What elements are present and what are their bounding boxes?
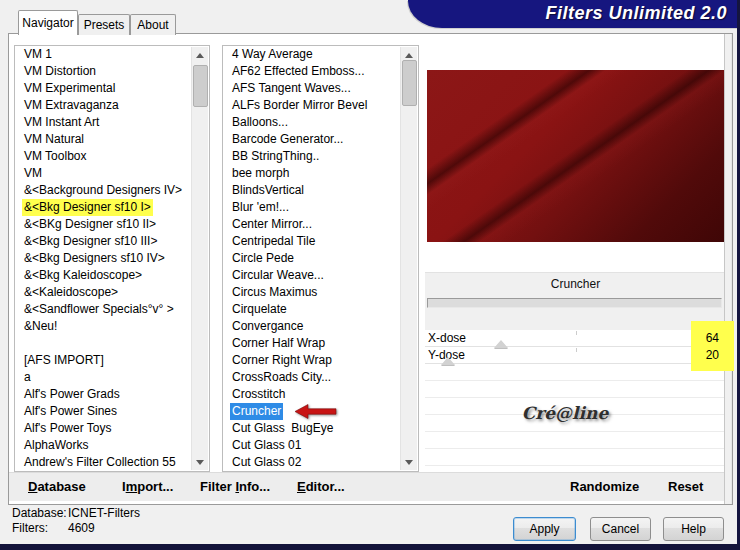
list-item[interactable]: Andrew's Filter Collection 55 [15,454,192,471]
list-item[interactable]: a [15,369,192,386]
window-bottom-edge [0,544,740,550]
list-item[interactable]: Corner Right Wrap [223,352,401,369]
status-database-label: Database: [12,506,68,521]
list-item[interactable]: Cut Glass 01 [223,437,401,454]
list-item[interactable]: VM [15,165,192,182]
annotation-arrow-icon [295,404,337,419]
list-item[interactable]: Center Mirror... [223,216,401,233]
status-filters-value: 4609 [68,521,95,535]
filter-listbox[interactable]: 4 Way AverageAF62 Effected Emboss...AFS … [222,45,419,472]
list-item[interactable]: Alf's Power Toys [15,420,192,437]
title-banner: Filters Unlimited 2.0 [408,0,740,28]
app-title: Filters Unlimited 2.0 [545,3,727,24]
list-item[interactable]: &Neu! [15,318,192,335]
current-filter-name: Cruncher [425,273,726,295]
tab-about[interactable]: About [130,14,176,35]
list-item[interactable]: &<Bkg Designer sf10 I> [15,199,192,216]
list-item[interactable]: Centripedal Tile [223,233,401,250]
scroll-down-icon[interactable] [192,454,208,470]
randomize-button[interactable]: Randomize [570,473,639,501]
list-item[interactable]: AFS Tangent Waves... [223,80,401,97]
list-item[interactable]: VM Experimental [15,80,192,97]
status-database-value: ICNET-Filters [68,506,140,520]
preview-panel: Cruncher X-dose64Y-dose20 Cré@line [425,45,726,471]
list-item[interactable]: &<Sandflower Specials°v° > [15,301,192,318]
list-item[interactable]: Cut Glass BugEye [223,420,401,437]
category-scrollbar[interactable] [191,47,208,470]
slider-value: 20 [706,347,719,363]
list-item[interactable]: 4 Way Average [223,46,401,63]
navigator-page: VM 1VM DistortionVM ExperimentalVM Extra… [8,33,733,505]
slider-row[interactable]: Y-dose20 [425,347,726,364]
empty-parameter-row [425,364,726,381]
list-item[interactable]: VM Toolbox [15,148,192,165]
filter-scrollbar[interactable] [400,47,417,470]
scrollbar-thumb[interactable] [193,65,208,107]
filter-info-button[interactable]: Filter Info... [200,473,270,501]
apply-button[interactable]: Apply [513,517,576,541]
list-item[interactable] [15,335,192,352]
list-item[interactable]: Circular Weave... [223,267,401,284]
slider-value: 64 [706,330,719,346]
list-item[interactable]: &<Background Designers IV> [15,182,192,199]
panel-right-strip [724,34,732,504]
list-item[interactable]: AlphaWorks [15,437,192,454]
help-button[interactable]: Help [663,517,724,541]
list-item[interactable]: bee morph [223,165,401,182]
list-item[interactable]: &<Bkg Kaleidoscope> [15,267,192,284]
list-item[interactable]: &<Kaleidoscope> [15,284,192,301]
list-item[interactable]: CrossRoads City... [223,369,401,386]
filters-unlimited-window: Filters Unlimited 2.0 Navigator Presets … [0,0,740,550]
list-item[interactable]: ALFs Border Mirror Bevel [223,97,401,114]
list-item[interactable]: Circus Maximus [223,284,401,301]
scroll-down-icon[interactable] [401,454,417,470]
filter-preview-image [427,70,724,242]
tab-presets[interactable]: Presets [78,14,130,35]
list-item[interactable]: Corner Half Wrap [223,335,401,352]
reset-button[interactable]: Reset [668,473,703,501]
parameter-rows: X-dose64Y-dose20 [425,330,726,466]
empty-parameter-row [425,432,726,449]
list-item[interactable]: Alf's Power Sines [15,403,192,420]
progress-bar [427,298,722,308]
list-item[interactable]: BB StringThing.. [223,148,401,165]
list-item[interactable]: BlindsVertical [223,182,401,199]
database-button[interactable]: Database [28,473,86,501]
list-item[interactable]: VM Natural [15,131,192,148]
slider-thumb[interactable] [441,357,455,365]
list-item[interactable]: Circle Pede [223,250,401,267]
annotation-value-highlight [691,321,734,371]
list-item[interactable]: Barcode Generator... [223,131,401,148]
editor-button[interactable]: Editor... [297,473,345,501]
import-button[interactable]: Import... [122,473,173,501]
list-item[interactable]: Alf's Power Grads [15,386,192,403]
list-item[interactable]: &<Bkg Designer sf10 III> [15,233,192,250]
list-item[interactable]: Convergance [223,318,401,335]
list-item[interactable]: Balloons... [223,114,401,131]
slider-thumb[interactable] [494,340,508,348]
cancel-button[interactable]: Cancel [590,517,651,541]
tab-navigator[interactable]: Navigator [18,10,78,35]
empty-parameter-row [425,449,726,466]
category-listbox[interactable]: VM 1VM DistortionVM ExperimentalVM Extra… [14,45,210,472]
list-item[interactable]: VM 1 [15,46,192,63]
status-filters-label: Filters: [12,521,68,536]
list-item[interactable]: VM Extravaganza [15,97,192,114]
list-item[interactable]: Cruncher [223,403,401,420]
list-item[interactable]: AF62 Effected Emboss... [223,63,401,80]
slider-row[interactable]: X-dose64 [425,330,726,347]
empty-parameter-row [425,381,726,398]
scrollbar-thumb[interactable] [402,60,417,106]
list-item[interactable]: VM Instant Art [15,114,192,131]
list-item[interactable]: [AFS IMPORT] [15,352,192,369]
tool-menu-band: Database Import... Filter Info... Editor… [9,472,726,501]
list-item[interactable]: &<Bkg Designers sf10 IV> [15,250,192,267]
status-area: Database:ICNET-Filters Filters:4609 [12,506,140,536]
list-item[interactable]: Blur 'em!... [223,199,401,216]
list-item[interactable]: VM Distortion [15,63,192,80]
list-item[interactable]: &<BKg Designer sf10 II> [15,216,192,233]
list-item[interactable]: Cut Glass 02 [223,454,401,471]
scroll-up-icon[interactable] [192,47,208,63]
list-item[interactable]: Crosstitch [223,386,401,403]
list-item[interactable]: Cirquelate [223,301,401,318]
